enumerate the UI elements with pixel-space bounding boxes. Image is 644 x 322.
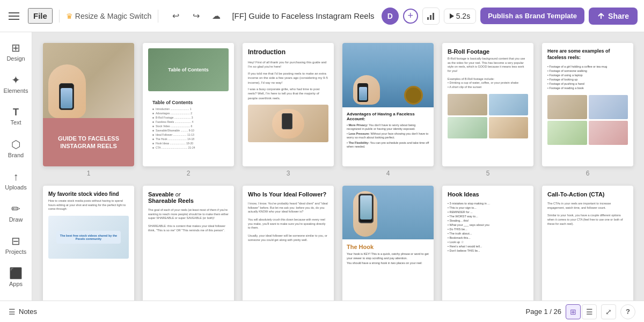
grid-view-button[interactable]: ⊞ [566, 304, 581, 319]
undo-redo-group: ↩ ↪ ☁ [167, 8, 225, 25]
slide-11[interactable]: Hook Ideas • 3 mistakes to stop making i… [442, 186, 533, 301]
svg-rect-2 [433, 13, 434, 20]
sidebar-item-text[interactable]: T Text [2, 101, 30, 132]
share-button[interactable]: Share [589, 8, 638, 25]
slide-7-title: My favorite stock video find [48, 191, 129, 197]
slide-4-title: Advantages of Having a Faceless Account: [347, 112, 429, 121]
slide-12-text: The CTAs in your reels are important to … [547, 202, 628, 210]
slide-12-title: Call-To-Action (CTA) [547, 191, 628, 197]
page-indicator: Page 1 / 26 [526, 308, 562, 316]
slide-4-point-1: • More Privacy: You don't have to worry … [347, 123, 429, 131]
share-icon [597, 12, 605, 20]
help-button[interactable]: ? [620, 304, 635, 319]
slide-10-text2: You should have a strong hook in two pla… [347, 261, 429, 266]
slide-row-1: GUIDE TO FACELESS INSTAGRAM REELS 1 Tabl… [43, 43, 633, 177]
list-view-button[interactable]: ☰ [582, 304, 597, 319]
slide-wrapper-5: B-Roll Footage B-Roll footage is basical… [442, 43, 533, 177]
brand-icon: ⬡ [11, 139, 20, 150]
sidebar-item-elements[interactable]: ✦ Elements [2, 69, 30, 100]
slide-1[interactable]: GUIDE TO FACELESS INSTAGRAM REELS [43, 43, 134, 166]
projects-icon: ⊟ [11, 236, 20, 246]
file-menu[interactable]: File [28, 8, 53, 24]
canvas-scroll-container: GUIDE TO FACELESS INSTAGRAM REELS 1 Tabl… [43, 43, 633, 301]
slide-8[interactable]: Saveable orShareable Reels The goal of e… [143, 186, 234, 301]
slide-6-points: • Footage of a girl holding a coffee or … [547, 65, 628, 90]
slide-12-text2: Similar to your hook, you have a couple … [547, 214, 628, 226]
slide-3-text3: I was a busy corporate girlie, who had t… [248, 87, 328, 100]
slide-4-image [342, 43, 434, 107]
slide-2-title: Table of Contents [152, 100, 224, 105]
slide-7-image: The best free stock videos shared by the… [48, 216, 129, 259]
play-icon [450, 13, 454, 19]
slide-wrapper-2: Table of Contents Table of Contents Intr… [143, 43, 234, 177]
main-layout: ⊞ Design ✦ Elements T Text ⬡ Brand ↑ Upl… [0, 32, 644, 301]
redo-button[interactable]: ↪ [187, 8, 204, 25]
slide-9-text2: You will absolutely crush this down beca… [248, 218, 328, 230]
slide-10[interactable]: The Hook Your hook is KEY! This is a qui… [342, 186, 434, 301]
publish-brand-template-button[interactable]: Publish as Brand Template [480, 8, 584, 24]
slide-9-title: Who Is Your Ideal Follower? [248, 191, 328, 197]
design-icon: ⊞ [11, 42, 20, 53]
preview-timer-button[interactable]: 5.2s [444, 9, 476, 24]
slide-1-bottom: GUIDE TO FACELESS INSTAGRAM REELS [43, 118, 134, 166]
slide-7[interactable]: My favorite stock video find How to crea… [43, 186, 134, 301]
slide-wrapper-1: GUIDE TO FACELESS INSTAGRAM REELS 1 [43, 43, 134, 177]
slide-2[interactable]: Table of Contents Table of Contents Intr… [143, 43, 234, 166]
slide-5-img-2 [489, 94, 529, 115]
analytics-button[interactable] [422, 8, 440, 25]
resize-magic-switch[interactable]: ♛ Resize & Magic Switch [66, 12, 151, 20]
left-sidebar: ⊞ Design ✦ Elements T Text ⬡ Brand ↑ Upl… [0, 32, 32, 301]
slide-1-title: GUIDE TO FACELESS INSTAGRAM REELS [47, 135, 130, 150]
slide-12[interactable]: Call-To-Action (CTA) The CTAs in your re… [542, 186, 633, 301]
slide-4-point-3: • The Flexibility: You can pre-schedule … [347, 141, 429, 149]
slide-wrapper-7: My favorite stock video find How to crea… [43, 186, 134, 301]
slide-4-point-2: • Less Pressure: Without your face showi… [347, 132, 429, 140]
text-icon: T [13, 107, 19, 117]
analytics-icon [427, 12, 435, 20]
cloud-save-button[interactable]: ☁ [208, 8, 225, 25]
sidebar-item-uploads[interactable]: ↑ Uploads [2, 165, 30, 196]
slide-6-image-grid [547, 95, 628, 145]
slide-11-title: Hook Ideas [448, 191, 528, 197]
divider-2 [158, 10, 158, 23]
slide-5-text: B-Roll footage is basically background c… [448, 57, 528, 74]
user-avatar: D [382, 8, 399, 25]
slide-6-title: Here are some examples of faceless reels… [547, 48, 628, 61]
slide-6[interactable]: Here are some examples of faceless reels… [542, 43, 633, 166]
slide-9[interactable]: Who Is Your Ideal Follower? I know, I kn… [243, 186, 334, 301]
add-user-button[interactable]: + [403, 9, 418, 24]
view-toggle-group: ⊞ ☰ [566, 304, 597, 319]
slide-3-title: Introduction [248, 48, 328, 56]
slide-wrapper-3: Introduction Hey! First of all thank you… [243, 43, 334, 177]
slide-number-6: 6 [586, 170, 590, 177]
bottombar: ☰ Notes Page 1 / 26 ⊞ ☰ ⤢ ? [0, 301, 644, 322]
slide-4-points: • More Privacy: You don't have to worry … [347, 123, 429, 149]
topbar: File ♛ Resize & Magic Switch ↩ ↪ ☁ [FF] … [0, 0, 644, 32]
slide-5[interactable]: B-Roll Footage B-Roll footage is basical… [442, 43, 533, 166]
notes-section[interactable]: ☰ Notes [9, 308, 37, 316]
slide-4[interactable]: Advantages of Having a Faceless Account:… [342, 43, 434, 166]
slide-2-content: Table of Contents Introduction .........… [148, 96, 229, 153]
sidebar-item-apps[interactable]: ⬛ Apps [2, 262, 30, 293]
slide-6-img-2 [589, 95, 628, 119]
sidebar-item-design[interactable]: ⊞ Design [2, 36, 30, 68]
menu-button[interactable] [6, 8, 24, 25]
draw-icon: ✏ [11, 203, 20, 214]
slide-6-img-4 [589, 121, 628, 145]
slide-2-image: Table of Contents [148, 48, 229, 91]
slide-10-title: The Hook [347, 244, 429, 250]
undo-button[interactable]: ↩ [167, 8, 184, 25]
sidebar-item-brand[interactable]: ⬡ Brand [2, 133, 30, 164]
slide-5-title: B-Roll Footage [448, 48, 528, 55]
sidebar-item-projects[interactable]: ⊟ Projects [2, 230, 30, 261]
sidebar-item-draw[interactable]: ✏ Draw [2, 197, 30, 229]
slide-wrapper-10: The Hook Your hook is KEY! This is a qui… [342, 186, 434, 301]
slide-5-image-grid [448, 94, 528, 138]
slide-number-5: 5 [486, 170, 490, 177]
canvas-area[interactable]: GUIDE TO FACELESS INSTAGRAM REELS 1 Tabl… [32, 32, 644, 301]
fullscreen-button[interactable]: ⤢ [601, 304, 616, 319]
slide-8-title: Saveable orShareable Reels [148, 191, 229, 204]
slide-3[interactable]: Introduction Hey! First of all thank you… [243, 43, 334, 166]
slide-3-text2: If you told me that I'd be posting reels… [248, 71, 328, 85]
slide-wrapper-8: Saveable orShareable Reels The goal of e… [143, 186, 234, 301]
